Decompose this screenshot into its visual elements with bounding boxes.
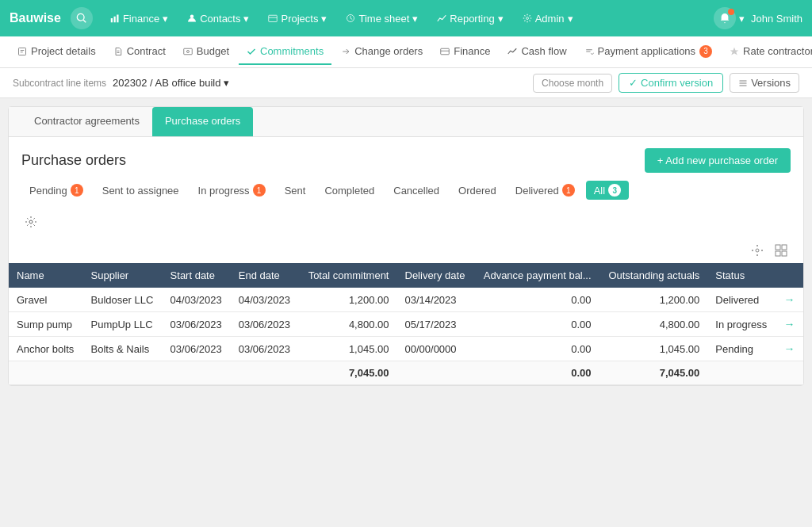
filter-sent[interactable]: Sent (277, 181, 314, 200)
svg-rect-29 (782, 245, 787, 250)
versions-button[interactable]: Versions (730, 73, 799, 93)
confirm-version-button[interactable]: ✓ Confirm version (619, 73, 723, 93)
row-1-outstanding: 1,200.00 (599, 288, 708, 312)
sub-navbar: Project details Contract Budget Commitme… (0, 36, 812, 68)
nav-projects[interactable]: Projects ▾ (260, 8, 335, 29)
row-2-end-date: 03/06/2023 (231, 312, 299, 337)
choose-month-button[interactable]: Choose month (533, 74, 612, 93)
table-row: Sump pump PumpUp LLC 03/06/2023 03/06/20… (9, 312, 803, 337)
row-3-start-date: 03/06/2023 (163, 337, 231, 361)
row-2-start-date: 03/06/2023 (163, 312, 231, 337)
tab-rate-contractors[interactable]: Rate contractors (722, 39, 812, 65)
col-delivery-date: Delivery date (397, 263, 474, 288)
nav-finance[interactable]: Finance ▾ (102, 8, 176, 29)
row-2-arrow[interactable]: → (783, 318, 795, 330)
table-tools (9, 238, 803, 263)
row-1-advance: 0.00 (474, 288, 599, 312)
svg-point-18 (186, 50, 189, 52)
svg-rect-4 (117, 15, 118, 23)
svg-rect-30 (776, 251, 780, 256)
filter-all[interactable]: All 3 (586, 181, 629, 200)
row-1-end-date: 04/03/2023 (231, 288, 299, 312)
row-2-name[interactable]: Sump pump (9, 312, 83, 337)
tab-contract[interactable]: Contract (105, 39, 174, 65)
tab-budget[interactable]: Budget (175, 39, 237, 65)
main-content: Contractor agreements Purchase orders Pu… (8, 106, 804, 386)
svg-rect-28 (776, 245, 780, 250)
tab-payment-applications[interactable]: Payment applications 3 (576, 39, 721, 66)
svg-point-0 (77, 13, 84, 21)
filter-completed[interactable]: Completed (316, 181, 382, 200)
svg-rect-3 (113, 17, 115, 23)
total-outstanding: 7,045.00 (599, 361, 708, 385)
po-title: Purchase orders (21, 152, 645, 169)
breadcrumb-label: Subcontract line items (13, 78, 106, 89)
total-label-7 (776, 361, 803, 385)
filter-cancelled[interactable]: Cancelled (385, 181, 447, 200)
col-name: Name (9, 263, 83, 288)
col-start-date: Start date (163, 263, 231, 288)
svg-rect-6 (269, 15, 278, 21)
row-2-outstanding: 4,800.00 (599, 312, 708, 337)
table-header-row: Name Supplier Start date End date Total … (9, 263, 803, 288)
breadcrumb-value[interactable]: 202302 / AB office build ▾ (113, 77, 229, 89)
total-label-4 (231, 361, 299, 385)
gear-settings-icon[interactable] (21, 212, 40, 231)
filter-sent-to-assignee[interactable]: Sent to assignee (94, 181, 187, 200)
total-label-2 (83, 361, 163, 385)
add-purchase-order-button[interactable]: + Add new purchase order (645, 148, 791, 173)
row-3-delivery: 00/00/0000 (397, 337, 474, 361)
row-1-arrow[interactable]: → (783, 293, 795, 306)
row-3-arrow[interactable]: → (783, 342, 795, 355)
all-badge: 3 (608, 184, 621, 197)
layout-icon[interactable] (772, 241, 791, 260)
svg-point-5 (190, 15, 194, 19)
notification-badge (728, 9, 734, 15)
row-1-status: Delivered (707, 288, 776, 312)
svg-point-27 (756, 249, 759, 252)
total-label-6 (707, 361, 776, 385)
svg-line-10 (350, 18, 352, 20)
total-label-5 (397, 361, 474, 385)
columns-settings-icon[interactable] (748, 241, 767, 260)
nav-timesheet[interactable]: Time sheet ▾ (338, 8, 426, 29)
table-row: Anchor bolts Bolts & Nails 03/06/2023 03… (9, 337, 803, 361)
col-action (776, 263, 803, 288)
col-status: Status (707, 263, 776, 288)
user-menu[interactable]: ▾ John Smith (739, 13, 802, 25)
tab-project-details[interactable]: Project details (10, 39, 104, 65)
row-1-name[interactable]: Gravel (9, 288, 83, 312)
row-2-total: 4,800.00 (299, 312, 397, 337)
row-3-outstanding: 1,045.00 (599, 337, 708, 361)
row-1-supplier: Buldoser LLC (83, 288, 163, 312)
tab-commitments[interactable]: Commitments (239, 39, 331, 65)
svg-rect-31 (782, 251, 787, 256)
svg-line-1 (83, 20, 86, 22)
filter-in-progress[interactable]: In progress 1 (190, 181, 274, 200)
po-header: Purchase orders + Add new purchase order (9, 137, 803, 181)
nav-contacts[interactable]: Contacts ▾ (179, 8, 257, 29)
svg-rect-12 (19, 48, 26, 55)
row-3-end-date: 03/06/2023 (231, 337, 299, 361)
svg-point-26 (29, 220, 33, 223)
filter-delivered[interactable]: Delivered 1 (508, 181, 583, 200)
breadcrumb-bar: Subcontract line items 202302 / AB offic… (0, 68, 812, 98)
filter-pending[interactable]: Pending 1 (21, 181, 91, 200)
tab-finance[interactable]: Finance (432, 39, 498, 65)
notifications-bell[interactable] (714, 7, 736, 29)
tab-bar: Contractor agreements Purchase orders (9, 107, 803, 137)
search-button[interactable] (71, 7, 93, 29)
svg-rect-19 (441, 48, 450, 55)
filter-bar: Pending 1 Sent to assignee In progress 1… (9, 181, 803, 209)
nav-admin[interactable]: Admin ▾ (515, 8, 581, 29)
delivered-badge: 1 (562, 184, 575, 197)
filter-ordered[interactable]: Ordered (450, 181, 504, 200)
tab-cash-flow[interactable]: Cash flow (500, 39, 574, 65)
gear-row (9, 209, 803, 238)
nav-reporting[interactable]: Reporting ▾ (429, 8, 511, 29)
tab-contractor-agreements[interactable]: Contractor agreements (21, 107, 152, 136)
row-3-name[interactable]: Anchor bolts (9, 337, 83, 361)
tab-change-orders[interactable]: Change orders (333, 39, 431, 65)
svg-point-11 (526, 17, 528, 20)
tab-purchase-orders[interactable]: Purchase orders (152, 107, 253, 136)
